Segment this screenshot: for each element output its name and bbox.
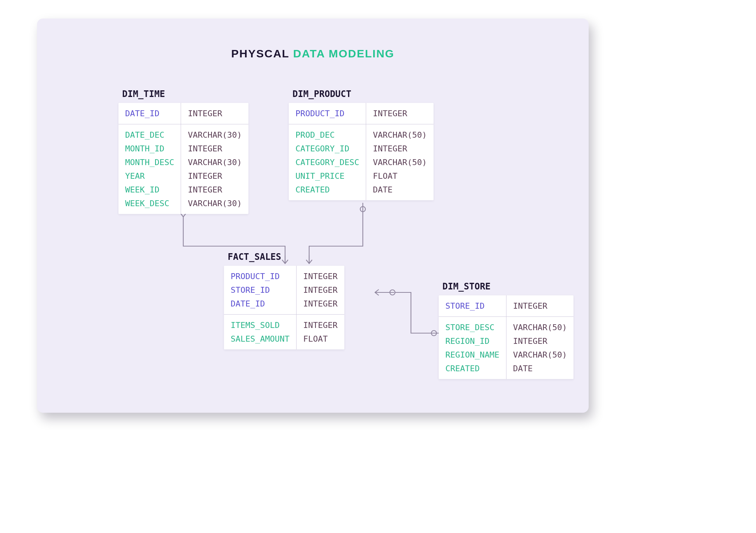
pk-field: DATE_ID <box>231 297 290 311</box>
attr-field: REGION_ID <box>445 334 499 348</box>
attr-field: CREATED <box>295 183 359 197</box>
attr-type: VARCHAR(50) <box>373 128 427 142</box>
pk-field: DATE_ID <box>125 107 174 120</box>
attr-type: VARCHAR(50) <box>513 321 567 334</box>
pk-type: INTEGER <box>303 297 338 311</box>
entity-fact-sales: FACT_SALES PRODUCT_ID STORE_ID DATE_ID I… <box>224 252 344 349</box>
attr-field: UNIT_PRICE <box>295 169 359 183</box>
attr-type: FLOAT <box>373 169 427 183</box>
title-part-2: DATA MODELING <box>293 47 395 60</box>
pk-type: INTEGER <box>513 299 567 313</box>
svg-point-2 <box>431 331 436 336</box>
pk-type: INTEGER <box>188 107 242 120</box>
pk-field: STORE_ID <box>445 299 499 313</box>
attr-field: CATEGORY_ID <box>295 142 359 155</box>
entity-title: DIM_STORE <box>439 281 573 295</box>
svg-point-1 <box>390 290 395 295</box>
attr-field: MONTH_ID <box>125 142 174 155</box>
attr-type: INTEGER <box>188 183 242 197</box>
attr-type: VARCHAR(30) <box>188 128 242 142</box>
attr-type: INTEGER <box>188 169 242 183</box>
attr-type: VARCHAR(50) <box>513 348 567 362</box>
attr-field: MONTH_DESC <box>125 155 174 169</box>
pk-field: PRODUCT_ID <box>295 107 359 120</box>
entity-title: DIM_PRODUCT <box>289 89 434 103</box>
entity-title: FACT_SALES <box>224 252 344 266</box>
attr-field: STORE_DESC <box>445 321 499 334</box>
attr-field: REGION_NAME <box>445 348 499 362</box>
entity-body: STORE_ID STORE_DESC REGION_ID REGION_NAM… <box>439 295 573 379</box>
entity-body: PRODUCT_ID PROD_DEC CATEGORY_ID CATEGORY… <box>289 103 434 200</box>
attr-type: VARCHAR(30) <box>188 197 242 210</box>
diagram-title: PHYSCAL DATA MODELING <box>37 47 589 60</box>
attr-field: WEEK_DESC <box>125 197 174 210</box>
entity-title: DIM_TIME <box>118 89 248 103</box>
diagram-canvas: PHYSCAL DATA MODELING DIM_TIME <box>37 19 589 413</box>
attr-field: DATE_DEC <box>125 128 174 142</box>
attr-field: SALES_AMOUNT <box>231 332 290 346</box>
svg-point-0 <box>360 207 365 212</box>
attr-field: WEEK_ID <box>125 183 174 197</box>
entity-body: PRODUCT_ID STORE_ID DATE_ID ITEMS_SOLD S… <box>224 266 344 349</box>
attr-field: CREATED <box>445 362 499 375</box>
pk-type: INTEGER <box>303 269 338 283</box>
entity-dim-product: DIM_PRODUCT PRODUCT_ID PROD_DEC CATEGORY… <box>289 89 434 200</box>
attr-type: INTEGER <box>303 318 338 332</box>
attr-field: ITEMS_SOLD <box>231 318 290 332</box>
title-part-1: PHYSCAL <box>231 47 290 60</box>
attr-type: INTEGER <box>373 142 427 155</box>
entity-body: DATE_ID DATE_DEC MONTH_ID MONTH_DESC YEA… <box>118 103 248 214</box>
attr-field: CATEGORY_DESC <box>295 155 359 169</box>
attr-field: PROD_DEC <box>295 128 359 142</box>
pk-type: INTEGER <box>373 107 427 120</box>
pk-field: PRODUCT_ID <box>231 269 290 283</box>
attr-type: DATE <box>373 183 427 197</box>
entity-dim-time: DIM_TIME DATE_ID DATE_DEC MONTH_ID MONTH… <box>118 89 248 214</box>
attr-type: INTEGER <box>188 142 242 155</box>
entity-dim-store: DIM_STORE STORE_ID STORE_DESC REGION_ID … <box>439 281 573 379</box>
pk-type: INTEGER <box>303 283 338 297</box>
attr-type: VARCHAR(30) <box>188 155 242 169</box>
attr-type: VARCHAR(50) <box>373 155 427 169</box>
attr-field: YEAR <box>125 169 174 183</box>
pk-field: STORE_ID <box>231 283 290 297</box>
attr-type: INTEGER <box>513 334 567 348</box>
attr-type: FLOAT <box>303 332 338 346</box>
attr-type: DATE <box>513 362 567 375</box>
